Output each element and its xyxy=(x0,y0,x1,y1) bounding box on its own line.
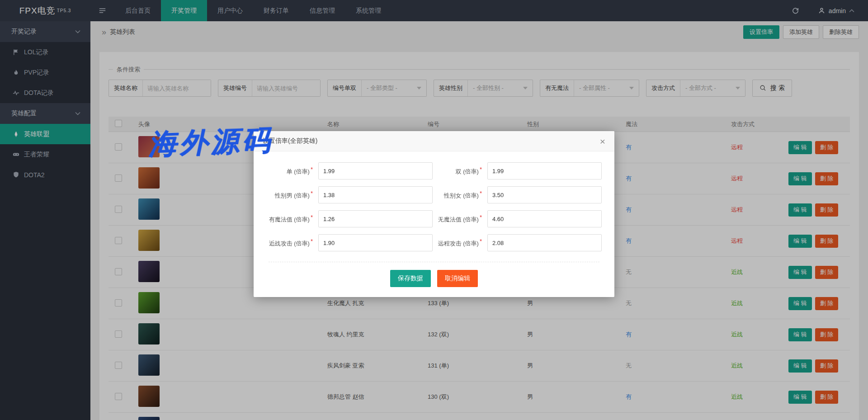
modal-field: 无魔法值 (倍率)* xyxy=(434,210,603,227)
required-mark: * xyxy=(311,166,313,173)
rate-input[interactable] xyxy=(487,186,602,203)
required-mark: * xyxy=(480,214,482,221)
required-mark: * xyxy=(311,238,313,245)
modal-header: 设置倍率(全部英雄) × xyxy=(254,131,614,151)
modal-field: 性别女 (倍率)* xyxy=(434,186,603,203)
rate-input[interactable] xyxy=(487,210,602,227)
required-mark: * xyxy=(311,190,313,197)
required-mark: * xyxy=(311,214,313,221)
field-label: 无魔法值 (倍率)* xyxy=(434,214,487,224)
field-label: 远程攻击 (倍率)* xyxy=(434,238,487,248)
rate-input[interactable] xyxy=(318,234,433,251)
required-mark: * xyxy=(480,166,482,173)
required-mark: * xyxy=(480,190,482,197)
modal-field: 单 (倍率)* xyxy=(265,162,434,179)
rate-input[interactable] xyxy=(487,234,602,251)
field-label: 性别男 (倍率)* xyxy=(265,190,318,200)
field-label: 近战攻击 (倍率)* xyxy=(265,238,318,248)
rate-input[interactable] xyxy=(318,210,433,227)
modal-field: 双 (倍率)* xyxy=(434,162,603,179)
modal-body: 单 (倍率)* 双 (倍率)* 性别男 (倍率)* 性别女 (倍率)* 有魔法值… xyxy=(254,151,614,262)
close-icon[interactable]: × xyxy=(600,137,605,146)
cancel-button[interactable]: 取消编辑 xyxy=(437,270,478,287)
rate-input[interactable] xyxy=(487,162,602,179)
field-label: 性别女 (倍率)* xyxy=(434,190,487,200)
set-rate-modal: 设置倍率(全部英雄) × 单 (倍率)* 双 (倍率)* 性别男 (倍率)* 性… xyxy=(254,131,614,297)
required-mark: * xyxy=(480,238,482,245)
save-button[interactable]: 保存数据 xyxy=(390,270,431,287)
field-label: 单 (倍率)* xyxy=(265,166,318,176)
rate-input[interactable] xyxy=(318,162,433,179)
field-label: 双 (倍率)* xyxy=(434,166,487,176)
modal-field: 近战攻击 (倍率)* xyxy=(265,234,434,251)
field-label: 有魔法值 (倍率)* xyxy=(265,214,318,224)
modal-form: 单 (倍率)* 双 (倍率)* 性别男 (倍率)* 性别女 (倍率)* 有魔法值… xyxy=(265,162,603,258)
modal-footer: 保存数据 取消编辑 xyxy=(254,262,614,297)
modal-title: 设置倍率(全部英雄) xyxy=(263,137,317,145)
modal-field: 性别男 (倍率)* xyxy=(265,186,434,203)
modal-field: 远程攻击 (倍率)* xyxy=(434,234,603,251)
rate-input[interactable] xyxy=(318,186,433,203)
modal-field: 有魔法值 (倍率)* xyxy=(265,210,434,227)
